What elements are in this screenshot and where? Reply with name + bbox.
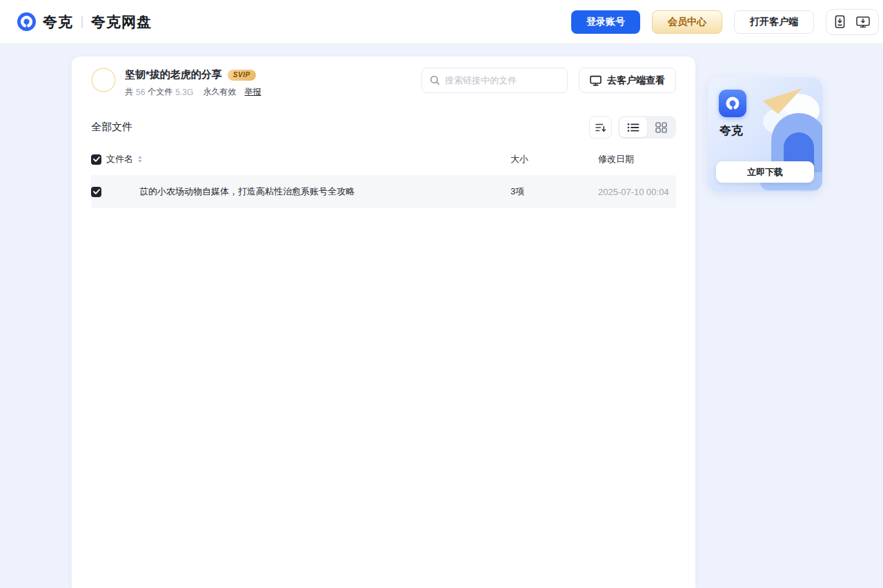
promo-app-name: 夸克 — [720, 123, 743, 139]
file-section-bar: 全部文件 — [91, 116, 676, 139]
top-header: 夸克 夸克网盘 登录账号 会员中心 打开客户端 — [0, 0, 883, 44]
quark-logo[interactable]: 夸克 夸克网盘 — [17, 12, 152, 32]
share-actions: 去客户端查看 — [421, 68, 676, 93]
download-apps-group — [826, 9, 879, 35]
grid-view-button[interactable] — [647, 117, 675, 137]
column-name-label: 文件名 — [106, 153, 133, 165]
avatar[interactable] — [91, 68, 116, 92]
total-size: 5.3G — [175, 88, 193, 97]
view-in-client-button[interactable]: 去客户端查看 — [579, 68, 676, 93]
file-name: 苡的小农场动物自媒体，打造高粘性治愈系账号全攻略 — [139, 185, 510, 198]
monitor-download-icon — [856, 16, 870, 28]
sort-icon — [595, 122, 606, 133]
column-header-name[interactable]: 文件名 — [106, 153, 510, 165]
mobile-download-button[interactable] — [835, 15, 845, 28]
quark-app-icon — [719, 90, 746, 117]
product-name: 夸克网盘 — [91, 12, 152, 32]
search-input-wrapper[interactable] — [421, 68, 568, 93]
view-in-client-label: 去客户端查看 — [607, 74, 665, 87]
section-title-all-files: 全部文件 — [91, 121, 132, 134]
member-center-button[interactable]: 会员中心 — [652, 10, 722, 34]
file-size: 3项 — [510, 185, 598, 198]
header-actions: 登录账号 会员中心 打开客户端 — [571, 9, 879, 35]
row-checkbox[interactable] — [91, 187, 101, 197]
monitor-icon — [590, 75, 602, 86]
phone-download-icon — [835, 15, 845, 28]
share-title: 坚韧*拔的老虎的分享 — [125, 68, 222, 81]
table-row[interactable]: 苡的小农场动物自媒体，打造高粘性治愈系账号全攻略 3项 2025-07-10 0… — [91, 175, 676, 208]
select-all-checkbox[interactable] — [91, 154, 101, 165]
svip-badge: SVIP — [228, 70, 256, 81]
logo-divider — [81, 16, 83, 28]
logo-text: 夸克 — [43, 12, 73, 32]
desktop-download-button[interactable] — [856, 16, 870, 28]
grid-view-icon — [655, 122, 667, 133]
file-modified-date: 2025-07-10 00:04 — [598, 187, 676, 197]
share-info: 坚韧*拔的老虎的分享 SVIP 共 56 个文件 5.3G 永久有效 举报 — [125, 68, 261, 98]
report-link[interactable]: 举报 — [244, 86, 261, 98]
file-icon-slot — [106, 178, 134, 205]
sort-button[interactable] — [589, 116, 612, 139]
share-card: 坚韧*拔的老虎的分享 SVIP 共 56 个文件 5.3G 永久有效 举报 — [72, 57, 695, 588]
validity-label: 永久有效 — [203, 86, 236, 98]
meta-prefix: 共 — [125, 86, 133, 98]
table-header: 文件名 大小 修改日期 — [91, 148, 676, 171]
column-header-modified: 修改日期 — [598, 153, 676, 165]
open-client-button[interactable]: 打开客户端 — [734, 10, 814, 34]
search-input[interactable] — [445, 75, 559, 85]
list-view-icon — [627, 123, 639, 132]
share-header: 坚韧*拔的老虎的分享 SVIP 共 56 个文件 5.3G 永久有效 举报 — [72, 57, 695, 98]
search-icon — [430, 75, 440, 85]
column-header-size: 大小 — [510, 153, 598, 165]
share-meta: 共 56 个文件 5.3G 永久有效 举报 — [125, 86, 261, 98]
download-now-button[interactable]: 立即下载 — [716, 161, 814, 183]
app-promo-card[interactable]: 夸克 立即下载 — [708, 77, 822, 192]
section-actions — [589, 116, 676, 139]
quark-logo-icon — [17, 12, 36, 31]
meta-unit: 个文件 — [148, 86, 172, 98]
view-toggle — [618, 116, 676, 139]
login-button[interactable]: 登录账号 — [571, 10, 640, 34]
list-view-button[interactable] — [619, 117, 647, 137]
file-count: 56 — [136, 88, 145, 97]
name-sort-caret-icon — [138, 156, 142, 163]
